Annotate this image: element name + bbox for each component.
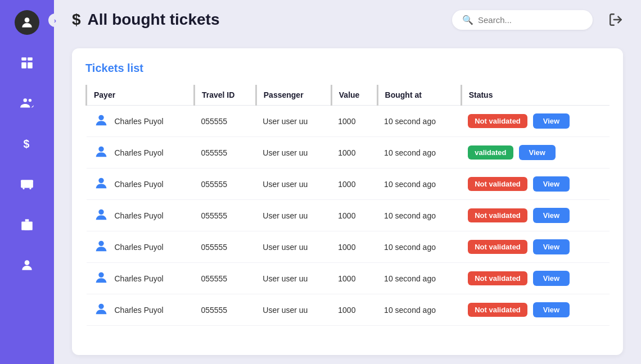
tickets-card: Tickets list Payer Travel ID Passenger V… <box>72 48 623 355</box>
view-button[interactable]: View <box>533 113 570 129</box>
status-badge: Not validated <box>468 303 527 317</box>
passenger-cell: User user uu <box>256 294 331 326</box>
user-avatar-icon <box>93 144 109 161</box>
search-bar[interactable]: 🔍 <box>452 10 593 30</box>
logout-button[interactable] <box>608 12 623 27</box>
svg-rect-9 <box>21 180 33 181</box>
svg-rect-12 <box>24 183 25 185</box>
value-cell: 1000 <box>331 200 377 231</box>
bought-at-cell: 10 second ago <box>377 106 461 137</box>
value-cell: 1000 <box>331 231 377 263</box>
user-avatar-icon <box>93 238 109 256</box>
value-cell: 1000 <box>331 294 377 326</box>
profile-icon[interactable] <box>15 253 39 277</box>
view-button[interactable]: View <box>533 271 570 286</box>
user-avatar-icon <box>93 207 109 224</box>
payer-name: Charles Puyol <box>115 274 164 283</box>
view-button[interactable]: View <box>533 176 570 192</box>
svg-point-22 <box>98 178 103 183</box>
payer-name: Charles Puyol <box>115 117 164 126</box>
view-button[interactable]: View <box>533 208 570 223</box>
table-row: Charles Puyol 055555 User user uu 1000 1… <box>87 169 610 200</box>
svg-point-26 <box>98 304 103 309</box>
user-avatar-icon <box>93 270 109 287</box>
payer-cell: Charles Puyol <box>87 169 195 200</box>
table-row: Charles Puyol 055555 User user uu 1000 1… <box>87 137 610 169</box>
header: $ All bought tickets 🔍 <box>54 0 641 39</box>
passenger-cell: User user uu <box>256 137 331 169</box>
user-avatar-icon <box>93 175 109 193</box>
status-cell: Not validated View <box>461 231 610 263</box>
search-input[interactable] <box>478 15 583 25</box>
payer-cell: Charles Puyol <box>87 231 195 263</box>
dashboard-icon[interactable] <box>15 51 39 75</box>
payer-cell: Charles Puyol <box>87 106 195 137</box>
passenger-cell: User user uu <box>256 200 331 231</box>
table-row: Charles Puyol 055555 User user uu 1000 1… <box>87 231 610 263</box>
svg-point-25 <box>98 272 103 277</box>
svg-rect-4 <box>28 62 33 69</box>
value-cell: 1000 <box>331 263 377 294</box>
col-value: Value <box>331 85 377 106</box>
travel-id-cell: 055555 <box>194 231 256 263</box>
value-cell: 1000 <box>331 169 377 200</box>
bought-at-cell: 10 second ago <box>377 169 461 200</box>
passenger-cell: User user uu <box>256 169 331 200</box>
status-cell: Not validated View <box>461 294 610 326</box>
svg-rect-1 <box>21 57 26 60</box>
status-badge: Not validated <box>468 240 527 254</box>
view-button[interactable]: View <box>533 239 570 254</box>
building-icon[interactable] <box>15 212 39 237</box>
svg-point-11 <box>29 188 31 189</box>
bought-at-cell: 10 second ago <box>377 200 461 231</box>
user-avatar-icon <box>93 112 109 130</box>
avatar <box>15 10 39 35</box>
payer-cell: Charles Puyol <box>87 294 195 326</box>
bus-icon[interactable] <box>15 172 39 197</box>
svg-point-23 <box>98 210 103 215</box>
search-icon: 🔍 <box>462 15 473 25</box>
bought-at-cell: 10 second ago <box>377 263 461 294</box>
svg-point-24 <box>98 241 103 246</box>
svg-point-20 <box>98 115 103 120</box>
payer-cell: Charles Puyol <box>87 263 195 294</box>
sidebar-toggle[interactable]: › <box>48 13 62 27</box>
payer-name: Charles Puyol <box>115 243 164 252</box>
bought-at-cell: 10 second ago <box>377 231 461 263</box>
view-button[interactable]: View <box>533 302 570 317</box>
status-cell: Not validated View <box>461 263 610 294</box>
travel-id-cell: 055555 <box>194 294 256 326</box>
status-badge: Not validated <box>468 114 527 128</box>
svg-text:$: $ <box>24 138 30 150</box>
payer-name: Charles Puyol <box>115 180 164 189</box>
travel-id-cell: 055555 <box>194 106 256 137</box>
sidebar: $ <box>0 0 54 364</box>
status-cell: Not validated View <box>461 169 610 200</box>
payer-cell: Charles Puyol <box>87 200 195 231</box>
travel-id-cell: 055555 <box>194 263 256 294</box>
view-button[interactable]: View <box>519 145 556 160</box>
travel-id-cell: 055555 <box>194 169 256 200</box>
passenger-cell: User user uu <box>256 106 331 137</box>
payer-cell: Charles Puyol <box>87 137 195 169</box>
svg-point-18 <box>25 260 30 265</box>
billing-icon[interactable]: $ <box>15 131 39 156</box>
card-title: Tickets list <box>85 62 610 75</box>
users-icon[interactable] <box>15 91 39 116</box>
payer-name: Charles Puyol <box>115 306 164 315</box>
svg-rect-15 <box>25 219 29 221</box>
svg-rect-13 <box>29 183 30 185</box>
travel-id-cell: 055555 <box>194 200 256 231</box>
payer-name: Charles Puyol <box>115 148 164 157</box>
col-passenger: Passenger <box>256 85 331 106</box>
status-badge: Not validated <box>468 271 527 285</box>
table-row: Charles Puyol 055555 User user uu 1000 1… <box>87 294 610 326</box>
svg-point-21 <box>98 147 103 152</box>
col-bought-at: Bought at <box>377 85 461 106</box>
col-status: Status <box>461 85 610 106</box>
main-area: $ All bought tickets 🔍 Tickets list Paye… <box>54 0 641 364</box>
col-payer: Payer <box>87 85 195 106</box>
tickets-table: Payer Travel ID Passenger Value Bought a… <box>85 85 610 326</box>
svg-rect-16 <box>25 225 26 226</box>
status-badge: Not validated <box>468 177 527 191</box>
